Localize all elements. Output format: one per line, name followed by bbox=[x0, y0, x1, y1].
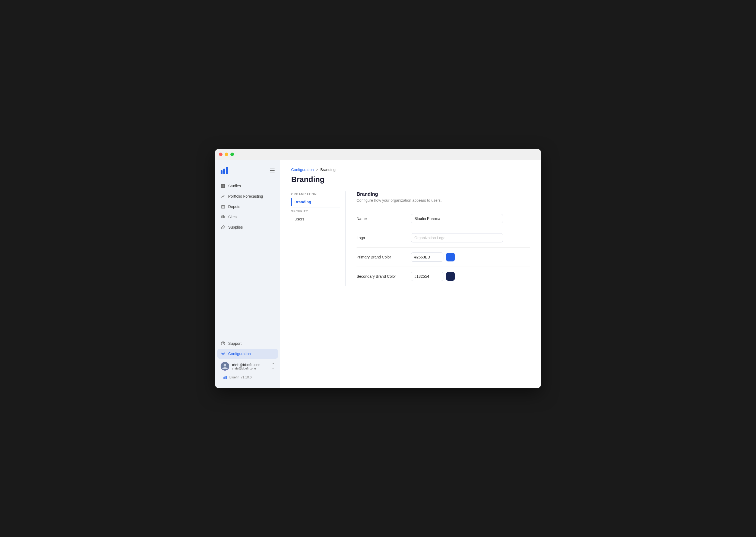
svg-point-21 bbox=[224, 364, 226, 366]
sidebar-item-studies[interactable]: Studies bbox=[217, 181, 278, 191]
primary-color-swatch[interactable] bbox=[446, 253, 455, 262]
field-primary-color-row: Primary Brand Color bbox=[357, 248, 530, 267]
building-icon bbox=[221, 204, 225, 209]
svg-point-19 bbox=[222, 353, 224, 354]
app-window: Studies Portfolio Forecasting bbox=[215, 149, 541, 388]
grid-icon bbox=[221, 184, 225, 188]
svg-rect-0 bbox=[221, 170, 222, 174]
breadcrumb-separator: > bbox=[316, 168, 318, 172]
panel-description: Configure how your organization appears … bbox=[357, 198, 530, 202]
svg-rect-11 bbox=[222, 207, 223, 207]
field-logo-control bbox=[411, 233, 530, 242]
maximize-button[interactable] bbox=[230, 152, 234, 156]
wrench-icon bbox=[221, 225, 225, 230]
avatar bbox=[221, 362, 229, 371]
svg-rect-14 bbox=[222, 215, 224, 218]
breadcrumb: Configuration > Branding bbox=[291, 168, 530, 172]
svg-point-18 bbox=[223, 344, 223, 345]
close-button[interactable] bbox=[219, 152, 222, 156]
version-number: v1.10.0 bbox=[241, 375, 251, 379]
version-footer: Bluefin v1.10.0 bbox=[217, 373, 278, 382]
svg-rect-8 bbox=[221, 186, 223, 188]
secondary-color-input[interactable] bbox=[411, 272, 443, 281]
map-icon bbox=[221, 215, 225, 219]
sidebar-item-label: Portfolio Forecasting bbox=[228, 194, 263, 198]
user-section[interactable]: chris@bluefin.one chris@bluefin.one ⌃⌄ bbox=[217, 359, 278, 373]
gear-icon bbox=[221, 351, 225, 356]
config-layout: ORGANIZATION Branding SECURITY Users Bra… bbox=[291, 191, 530, 286]
field-name-row: Name bbox=[357, 209, 530, 228]
field-name-control bbox=[411, 214, 530, 223]
sidebar-item-label: Sites bbox=[228, 215, 237, 219]
sidebar-item-support[interactable]: Support bbox=[217, 339, 278, 348]
sidebar: Studies Portfolio Forecasting bbox=[215, 160, 280, 388]
secondary-color-field bbox=[411, 272, 530, 281]
field-logo-row: Logo bbox=[357, 228, 530, 248]
sidebar-item-sites[interactable]: Sites bbox=[217, 212, 278, 222]
main-content: Configuration > Branding Branding ORGANI… bbox=[280, 160, 541, 388]
sidebar-nav: Studies Portfolio Forecasting bbox=[215, 181, 280, 334]
field-primary-color-label: Primary Brand Color bbox=[357, 255, 411, 259]
field-secondary-color-label: Secondary Brand Color bbox=[357, 274, 411, 278]
sidebar-item-configuration[interactable]: Configuration bbox=[217, 349, 278, 359]
app-logo bbox=[221, 166, 230, 176]
titlebar bbox=[215, 149, 541, 160]
name-input[interactable] bbox=[411, 214, 503, 223]
svg-rect-7 bbox=[223, 184, 225, 186]
brand-name: Bluefin bbox=[229, 375, 239, 379]
sidebar-item-depots[interactable]: Depots bbox=[217, 202, 278, 212]
minimize-button[interactable] bbox=[225, 152, 228, 156]
security-section-label: SECURITY bbox=[291, 210, 340, 213]
config-nav-branding[interactable]: Branding bbox=[291, 198, 340, 206]
svg-rect-1 bbox=[223, 169, 225, 174]
svg-rect-24 bbox=[225, 376, 227, 379]
sidebar-item-label: Studies bbox=[228, 184, 241, 188]
primary-color-field bbox=[411, 253, 530, 262]
secondary-color-swatch[interactable] bbox=[446, 272, 455, 281]
sidebar-bottom: Support Configuration bbox=[215, 336, 280, 384]
config-panel: Branding Configure how your organization… bbox=[345, 191, 530, 286]
field-secondary-color-control bbox=[411, 272, 530, 281]
hamburger-icon[interactable] bbox=[270, 169, 275, 174]
user-name: chris@bluefin.one bbox=[232, 363, 269, 367]
help-icon bbox=[221, 341, 225, 346]
svg-rect-2 bbox=[226, 167, 228, 174]
svg-point-16 bbox=[223, 227, 224, 228]
chart-icon bbox=[221, 194, 225, 199]
breadcrumb-current: Branding bbox=[320, 168, 335, 172]
field-secondary-color-row: Secondary Brand Color bbox=[357, 267, 530, 286]
field-primary-color-control bbox=[411, 253, 530, 262]
sidebar-item-supplies[interactable]: Supplies bbox=[217, 222, 278, 232]
svg-rect-6 bbox=[221, 184, 223, 186]
svg-rect-4 bbox=[270, 170, 275, 171]
svg-rect-23 bbox=[224, 377, 225, 379]
chevron-updown-icon: ⌃⌄ bbox=[272, 362, 275, 370]
svg-rect-12 bbox=[223, 207, 224, 207]
field-logo-label: Logo bbox=[357, 236, 411, 240]
svg-rect-13 bbox=[221, 216, 222, 218]
svg-rect-9 bbox=[223, 186, 225, 188]
sidebar-item-label: Support bbox=[228, 341, 242, 346]
user-info: chris@bluefin.one chris@bluefin.one bbox=[232, 363, 269, 370]
sidebar-item-portfolio-forecasting[interactable]: Portfolio Forecasting bbox=[217, 191, 278, 201]
user-email: chris@bluefin.one bbox=[232, 367, 269, 370]
config-sidebar-nav: ORGANIZATION Branding SECURITY Users bbox=[291, 191, 345, 286]
org-section-label: ORGANIZATION bbox=[291, 192, 340, 196]
field-name-label: Name bbox=[357, 216, 411, 221]
svg-rect-15 bbox=[224, 216, 225, 218]
config-nav-users[interactable]: Users bbox=[291, 215, 340, 223]
app-body: Studies Portfolio Forecasting bbox=[215, 160, 541, 388]
sidebar-item-label: Depots bbox=[228, 204, 240, 209]
config-divider bbox=[291, 207, 340, 207]
logo-input[interactable] bbox=[411, 233, 503, 242]
primary-color-input[interactable] bbox=[411, 253, 443, 262]
breadcrumb-parent[interactable]: Configuration bbox=[291, 168, 314, 172]
panel-title: Branding bbox=[357, 191, 530, 197]
sidebar-header bbox=[215, 164, 280, 181]
sidebar-item-label: Configuration bbox=[228, 351, 251, 356]
page-title: Branding bbox=[291, 175, 530, 184]
svg-rect-22 bbox=[223, 377, 224, 379]
svg-rect-3 bbox=[270, 169, 275, 169]
svg-rect-5 bbox=[270, 172, 275, 172]
sidebar-item-label: Supplies bbox=[228, 225, 243, 229]
